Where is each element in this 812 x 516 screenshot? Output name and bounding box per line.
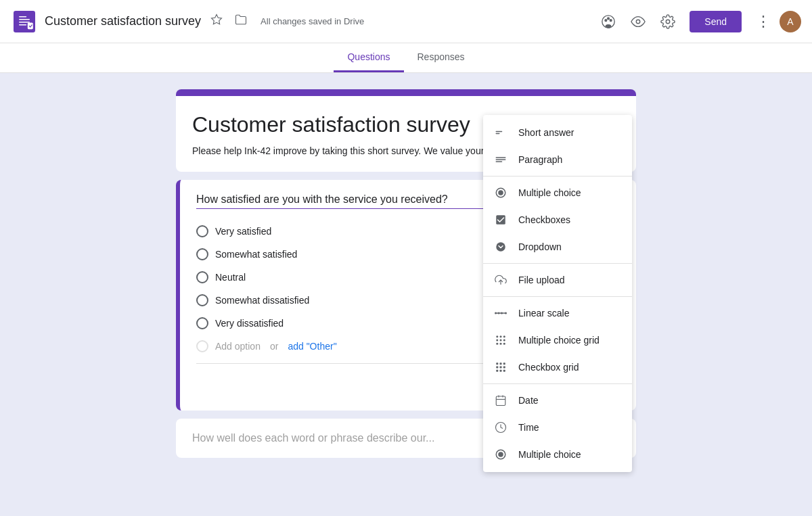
- svg-point-27: [501, 312, 503, 314]
- or-text: or: [270, 341, 278, 352]
- app-header: Customer satisfaction survey All changes…: [0, 0, 812, 43]
- svg-point-12: [667, 20, 671, 24]
- menu-label-checkboxes: Checkboxes: [518, 214, 570, 225]
- svg-point-25: [495, 312, 497, 314]
- preview-button[interactable]: [625, 8, 652, 35]
- option-label-somewhat-dissatisfied: Somewhat dissatisfied: [215, 295, 309, 306]
- svg-point-33: [500, 339, 502, 342]
- radio-somewhat-dissatisfied[interactable]: [196, 294, 208, 306]
- menu-item-file-upload[interactable]: File upload: [483, 266, 632, 294]
- add-other-link[interactable]: add "Other": [288, 341, 336, 352]
- radio-neutral[interactable]: [196, 271, 208, 283]
- menu-label-time: Time: [518, 422, 539, 433]
- svg-point-31: [503, 335, 505, 337]
- svg-rect-47: [496, 396, 505, 406]
- svg-point-32: [496, 339, 498, 342]
- header-actions: Send ⋮ A: [595, 8, 801, 35]
- svg-point-11: [637, 20, 641, 24]
- svg-point-20: [498, 190, 503, 195]
- menu-item-linear-scale[interactable]: Linear scale: [483, 300, 632, 327]
- forms-app-icon: [11, 8, 38, 35]
- menu-item-paragraph[interactable]: Paragraph: [483, 146, 632, 173]
- time-icon: [494, 421, 508, 434]
- svg-rect-39: [500, 362, 502, 365]
- svg-point-22: [496, 242, 505, 252]
- more-button[interactable]: ⋮: [750, 8, 777, 35]
- option-label-very-dissatisfied: Very dissatisfied: [215, 318, 284, 329]
- divider-4: [483, 383, 632, 384]
- tab-questions[interactable]: Questions: [334, 43, 403, 72]
- palette-button[interactable]: [595, 8, 622, 35]
- menu-label-date: Date: [518, 395, 539, 406]
- divider-1: [483, 176, 632, 177]
- svg-point-35: [496, 343, 498, 345]
- radio-somewhat-satisfied[interactable]: [196, 248, 208, 260]
- svg-point-34: [503, 339, 505, 342]
- send-button[interactable]: Send: [690, 11, 742, 32]
- menu-label-checkbox-grid: Checkbox grid: [518, 362, 579, 373]
- svg-marker-6: [212, 15, 222, 24]
- app-title: Customer satisfaction survey: [45, 14, 201, 28]
- svg-point-36: [500, 343, 502, 345]
- divider-3: [483, 296, 632, 297]
- svg-point-10: [610, 19, 612, 21]
- svg-point-53: [498, 452, 503, 457]
- saved-status: All changes saved in Drive: [261, 16, 364, 26]
- file-upload-icon: [494, 273, 508, 287]
- add-option-radio: [196, 340, 208, 352]
- menu-item-multiple-choice[interactable]: Multiple choice: [483, 179, 632, 206]
- svg-rect-5: [28, 22, 33, 29]
- menu-item-multiple-choice-grid[interactable]: Multiple choice grid: [483, 327, 632, 354]
- svg-point-26: [498, 312, 500, 314]
- checkboxes-icon: [494, 213, 508, 227]
- star-button[interactable]: [208, 11, 225, 32]
- option-label-neutral: Neutral: [215, 272, 246, 283]
- svg-point-9: [608, 18, 610, 20]
- menu-item-checkbox-grid[interactable]: Checkbox grid: [483, 354, 632, 381]
- paragraph-icon: [494, 153, 508, 166]
- menu-item-multiple-choice-2[interactable]: Multiple choice: [483, 441, 632, 468]
- svg-rect-41: [496, 367, 498, 369]
- menu-label-multiple-choice: Multiple choice: [518, 187, 581, 198]
- svg-rect-45: [500, 370, 502, 372]
- menu-label-short-answer: Short answer: [518, 127, 574, 138]
- svg-point-8: [605, 19, 607, 21]
- date-icon: [494, 394, 508, 407]
- menu-item-short-answer[interactable]: Short answer: [483, 119, 632, 146]
- menu-label-paragraph: Paragraph: [518, 154, 562, 165]
- svg-point-29: [496, 335, 498, 337]
- multiple-choice-grid-icon: [494, 333, 508, 347]
- svg-rect-46: [503, 370, 505, 372]
- menu-label-file-upload: File upload: [518, 275, 565, 285]
- svg-point-37: [503, 343, 505, 345]
- checkbox-grid-icon: [494, 360, 508, 374]
- menu-label-multiple-choice-grid: Multiple choice grid: [518, 335, 600, 346]
- divider-2: [483, 263, 632, 264]
- multiple-choice-icon: [494, 186, 508, 200]
- settings-button[interactable]: [654, 8, 681, 35]
- main-content: Customer satisfaction survey Please help…: [0, 73, 812, 513]
- header-left: Customer satisfaction survey All changes…: [11, 8, 595, 35]
- menu-item-date[interactable]: Date: [483, 387, 632, 414]
- tab-responses[interactable]: Responses: [404, 43, 478, 72]
- radio-very-satisfied[interactable]: [196, 225, 208, 237]
- svg-point-28: [505, 312, 507, 314]
- radio-very-dissatisfied[interactable]: [196, 317, 208, 329]
- menu-item-dropdown[interactable]: Dropdown: [483, 233, 632, 260]
- short-answer-icon: [494, 126, 508, 139]
- svg-rect-1: [19, 16, 26, 18]
- menu-item-time[interactable]: Time: [483, 414, 632, 441]
- option-label-somewhat-satisfied: Somewhat satisfied: [215, 249, 297, 260]
- svg-rect-44: [496, 370, 498, 372]
- menu-label-multiple-choice-2: Multiple choice: [518, 449, 581, 460]
- avatar[interactable]: A: [780, 11, 801, 32]
- svg-rect-3: [19, 22, 30, 23]
- menu-item-checkboxes[interactable]: Checkboxes: [483, 206, 632, 233]
- add-option-text[interactable]: Add option: [215, 341, 261, 352]
- tabs-bar: Questions Responses: [0, 43, 812, 73]
- svg-rect-40: [503, 362, 505, 365]
- svg-rect-38: [496, 362, 498, 365]
- folder-button[interactable]: [232, 11, 250, 32]
- menu-label-dropdown: Dropdown: [518, 241, 562, 252]
- svg-point-30: [500, 335, 502, 337]
